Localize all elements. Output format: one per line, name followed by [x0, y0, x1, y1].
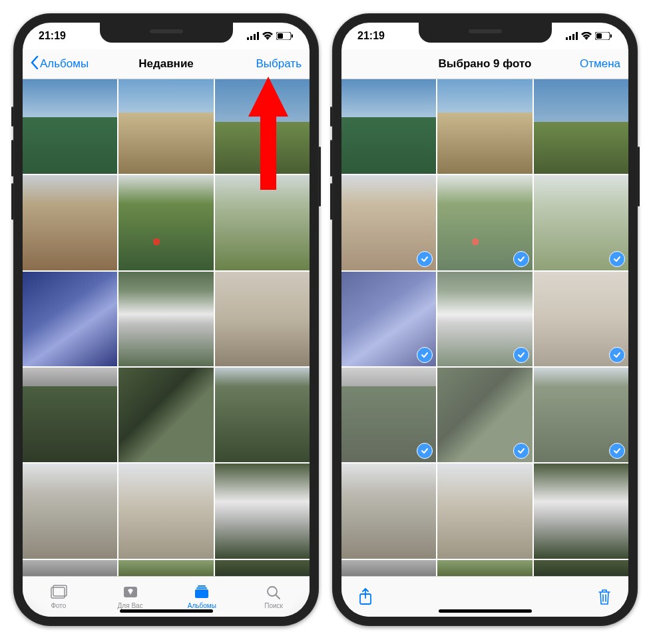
svg-rect-18 — [576, 32, 578, 40]
photo-thumbnail[interactable] — [23, 464, 117, 558]
tab-label: Альбомы — [188, 602, 216, 609]
photo-thumbnail[interactable] — [437, 368, 532, 462]
photo-thumbnail[interactable] — [23, 560, 117, 576]
delete-button[interactable] — [596, 588, 612, 605]
svg-rect-0 — [247, 37, 249, 40]
photo-thumbnail[interactable] — [341, 272, 436, 366]
photo-thumbnail[interactable] — [215, 79, 310, 174]
battery-icon — [595, 32, 612, 40]
photo-thumbnail[interactable] — [437, 79, 532, 174]
wifi-icon — [581, 32, 592, 40]
photo-thumbnail[interactable] — [118, 175, 213, 270]
status-time: 21:19 — [357, 30, 385, 42]
nav-bar: Альбомы Недавние Выбрать — [23, 49, 310, 79]
back-button[interactable]: Альбомы — [31, 56, 91, 73]
photo-thumbnail[interactable] — [215, 560, 310, 576]
photo-grid[interactable] — [341, 79, 628, 576]
svg-rect-12 — [198, 585, 206, 587]
tab-label: Фото — [51, 602, 66, 609]
share-button[interactable] — [357, 588, 373, 605]
svg-rect-1 — [250, 36, 252, 40]
notch — [100, 23, 233, 43]
photo-thumbnail[interactable] — [341, 560, 436, 576]
photo-thumbnail[interactable] — [215, 272, 310, 366]
photo-thumbnail[interactable] — [23, 79, 117, 174]
photo-thumbnail[interactable] — [215, 368, 310, 462]
svg-rect-3 — [257, 32, 259, 40]
tab-label: Поиск — [264, 602, 283, 609]
selection-checkmark-icon — [609, 251, 625, 267]
wifi-icon — [262, 32, 273, 40]
photo-thumbnail[interactable] — [341, 175, 436, 270]
select-button[interactable]: Выбрать — [242, 57, 302, 71]
tab-photos[interactable]: Фото — [23, 577, 95, 617]
battery-icon — [276, 32, 294, 40]
photo-thumbnail[interactable] — [534, 368, 628, 462]
back-label: Альбомы — [40, 57, 89, 71]
nav-title: Недавние — [91, 57, 242, 71]
photo-thumbnail[interactable] — [437, 175, 532, 270]
selection-checkmark-icon — [417, 251, 433, 267]
status-time: 21:19 — [39, 30, 66, 42]
home-indicator[interactable] — [120, 609, 213, 613]
svg-line-14 — [276, 595, 280, 599]
photo-thumbnail[interactable] — [341, 368, 436, 462]
tab-label: Для Вас — [118, 602, 143, 609]
photo-thumbnail[interactable] — [23, 368, 117, 462]
selection-checkmark-icon — [609, 443, 625, 459]
svg-rect-5 — [292, 35, 293, 38]
photo-thumbnail[interactable] — [23, 272, 117, 366]
photos-tab-icon — [50, 585, 67, 601]
photo-thumbnail[interactable] — [215, 464, 310, 558]
svg-rect-2 — [254, 34, 256, 40]
selection-checkmark-icon — [417, 443, 433, 459]
nav-title: Выбрано 9 фото — [409, 57, 560, 71]
chevron-left-icon — [31, 56, 39, 73]
photo-thumbnail[interactable] — [341, 79, 436, 174]
selection-checkmark-icon — [513, 347, 529, 363]
albums-tab-icon — [193, 585, 210, 601]
svg-rect-16 — [569, 36, 571, 40]
photo-thumbnail[interactable] — [437, 560, 532, 576]
selection-checkmark-icon — [609, 347, 625, 363]
nav-bar: Выбрано 9 фото Отмена — [341, 49, 628, 79]
photo-thumbnail[interactable] — [23, 175, 117, 270]
photo-thumbnail[interactable] — [118, 79, 213, 174]
photo-thumbnail[interactable] — [341, 464, 436, 558]
photo-thumbnail[interactable] — [534, 79, 628, 174]
photo-thumbnail[interactable] — [534, 175, 628, 270]
cellular-signal-icon — [247, 32, 259, 40]
photo-thumbnail[interactable] — [215, 175, 310, 270]
svg-rect-11 — [196, 587, 207, 589]
cellular-signal-icon — [566, 32, 578, 40]
home-indicator[interactable] — [439, 609, 532, 613]
svg-rect-17 — [572, 34, 574, 40]
phone-frame-left: 21:19 Альбомы Недавние — [13, 13, 319, 626]
photo-thumbnail[interactable] — [437, 272, 532, 366]
photo-thumbnail[interactable] — [437, 464, 532, 558]
cancel-button[interactable]: Отмена — [560, 57, 620, 71]
photo-thumbnail[interactable] — [118, 272, 213, 366]
photo-thumbnail[interactable] — [534, 272, 628, 366]
photo-thumbnail[interactable] — [534, 464, 628, 558]
svg-rect-21 — [596, 33, 602, 39]
selection-checkmark-icon — [513, 443, 529, 459]
trash-icon — [596, 588, 612, 605]
notch — [419, 23, 552, 43]
selection-checkmark-icon — [513, 251, 529, 267]
svg-rect-20 — [610, 35, 612, 38]
photo-thumbnail[interactable] — [118, 368, 213, 462]
tab-search[interactable]: Поиск — [238, 577, 310, 617]
photo-thumbnail[interactable] — [118, 560, 213, 576]
search-tab-icon — [265, 585, 282, 601]
selection-checkmark-icon — [417, 347, 433, 363]
photo-thumbnail[interactable] — [534, 560, 628, 576]
svg-rect-6 — [278, 33, 283, 39]
svg-rect-15 — [566, 37, 568, 40]
share-icon — [357, 588, 373, 605]
photo-grid[interactable] — [23, 79, 310, 576]
svg-rect-10 — [195, 589, 208, 598]
phone-frame-right: 21:19 Выбрано 9 фото Отмена — [332, 13, 638, 626]
photo-thumbnail[interactable] — [118, 464, 213, 558]
for-you-tab-icon — [122, 585, 139, 601]
